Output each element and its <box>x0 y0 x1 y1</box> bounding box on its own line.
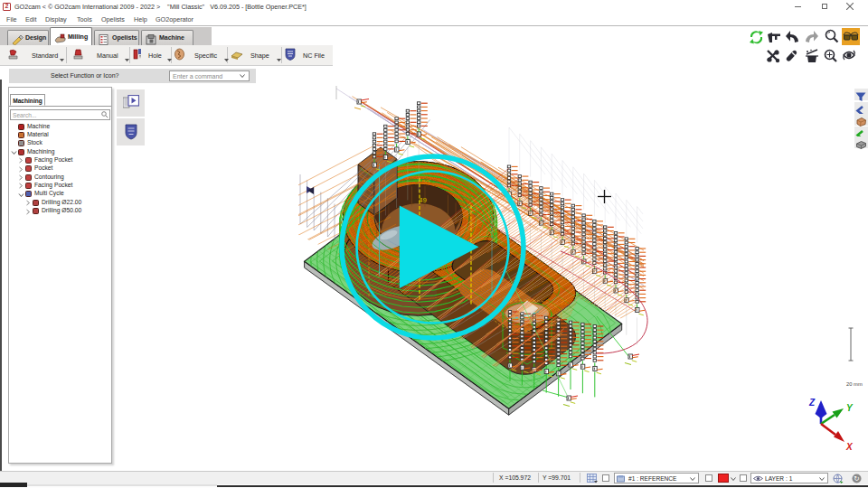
svg-text:49: 49 <box>419 196 427 204</box>
svg-text:↻: ↻ <box>854 474 859 483</box>
svg-text:Z: Z <box>808 398 816 408</box>
svg-text:X: X <box>845 442 854 452</box>
svg-text:20 mm: 20 mm <box>846 381 863 387</box>
svg-text:Y: Y <box>846 403 854 413</box>
svg-text:50: 50 <box>422 178 429 186</box>
